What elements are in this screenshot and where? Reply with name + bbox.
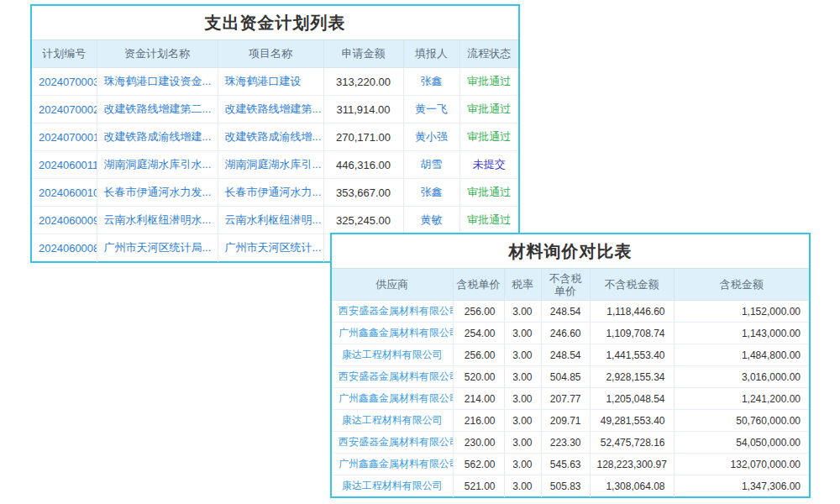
material-inquiry-table: 供应商 含税单价 税率 不含税单价 不含税金额 含税金额 西安盛器金属材料有限公… [332, 268, 809, 497]
tax-excl-price-cell: 248.54 [541, 344, 590, 366]
tax-incl-amount-cell: 50,760,000.00 [674, 410, 809, 432]
supplier-cell[interactable]: 西安盛器金属材料有限公司 [332, 366, 453, 388]
amount-cell: 270,171.00 [323, 123, 403, 151]
col-fund-plan-name: 资金计划名称 [97, 40, 218, 68]
material-inquiry-table-body: 西安盛器金属材料有限公司256.003.00248.541,118,446.60… [332, 301, 809, 497]
tax-excl-amount-cell: 2,928,155.34 [590, 366, 674, 388]
tax-excl-price-cell: 545.63 [541, 454, 590, 475]
expense-plan-header-row: 计划编号 资金计划名称 项目名称 申请金额 填报人 流程状态 [32, 40, 518, 68]
tax-excl-price-cell: 223.30 [541, 432, 590, 454]
tax-rate-cell: 3.00 [504, 388, 541, 410]
tax-rate-cell: 3.00 [504, 454, 541, 475]
reporter-cell[interactable]: 黄敏 [403, 207, 459, 234]
tax-rate-cell: 3.00 [504, 366, 541, 388]
fund-plan-name-cell[interactable]: 湖南洞庭湖水库引水... [97, 151, 218, 179]
tax-rate-cell: 3.00 [504, 432, 541, 454]
table-row: 2024060009云南水利枢纽潜明水...云南水利枢纽潜明...325,245… [32, 207, 518, 234]
supplier-cell[interactable]: 康达工程材料有限公司 [332, 475, 453, 497]
tax-incl-price-cell: 216.00 [453, 410, 504, 432]
fund-plan-name-cell[interactable]: 长春市伊通河水力发... [97, 179, 218, 207]
project-name-cell[interactable]: 珠海鹤港口建设 [218, 68, 323, 96]
col-tax-incl-amount: 含税金额 [674, 269, 809, 301]
supplier-cell[interactable]: 康达工程材料有限公司 [332, 344, 453, 366]
material-inquiry-table-title: 材料询价对比表 [332, 234, 809, 268]
amount-cell: 325,245.00 [323, 207, 403, 234]
tax-excl-amount-cell: 1,441,553.40 [590, 344, 674, 366]
table-row: 2024070001改建铁路成渝线增建...改建铁路成渝线增...270,171… [32, 123, 518, 151]
amount-cell: 313,220.00 [323, 68, 403, 96]
plan-number-cell[interactable]: 2024070003 [32, 68, 97, 96]
tax-incl-price-cell: 562.00 [453, 454, 504, 475]
project-name-cell[interactable]: 改建铁路成渝线增... [218, 123, 323, 151]
tax-excl-price-cell: 246.60 [541, 323, 590, 344]
table-row: 广州鑫鑫金属材料有限公司214.003.00207.771,205,048.54… [332, 388, 809, 410]
plan-number-cell[interactable]: 2024060008 [32, 234, 97, 262]
plan-number-cell[interactable]: 2024060011 [32, 151, 97, 179]
plan-number-cell[interactable]: 2024060009 [32, 207, 97, 234]
tax-incl-amount-cell: 3,016,000.00 [674, 366, 809, 388]
project-name-cell[interactable]: 湖南洞庭湖水库引... [218, 151, 323, 179]
amount-cell: 311,914.00 [323, 96, 403, 123]
tax-rate-cell: 3.00 [504, 410, 541, 432]
supplier-cell[interactable]: 西安盛器金属材料有限公司 [332, 432, 453, 454]
col-tax-rate: 税率 [504, 269, 541, 301]
table-row: 康达工程材料有限公司256.003.00248.541,441,553.401,… [332, 344, 809, 366]
project-name-cell[interactable]: 广州市天河区统计... [218, 234, 323, 262]
status-cell: 审批通过 [459, 68, 518, 96]
col-plan-number: 计划编号 [32, 40, 97, 68]
status-cell: 审批通过 [459, 207, 518, 234]
plan-number-cell[interactable]: 2024060010 [32, 179, 97, 207]
col-reporter: 填报人 [403, 40, 459, 68]
tax-excl-amount-cell: 1,205,048.54 [590, 388, 674, 410]
table-row: 西安盛器金属材料有限公司230.003.00223.3052,475,728.1… [332, 432, 809, 454]
plan-number-cell[interactable]: 2024070002 [32, 96, 97, 123]
tax-rate-cell: 3.00 [504, 475, 541, 497]
tax-incl-amount-cell: 1,241,200.00 [674, 388, 809, 410]
tax-excl-amount-cell: 52,475,728.16 [590, 432, 674, 454]
table-row: 康达工程材料有限公司216.003.00209.7149,281,553.405… [332, 410, 809, 432]
col-project-name: 项目名称 [218, 40, 323, 68]
status-cell: 审批通过 [459, 96, 518, 123]
project-name-cell[interactable]: 长春市伊通河水力... [218, 179, 323, 207]
project-name-cell[interactable]: 改建铁路线增建第... [218, 96, 323, 123]
tax-excl-amount-cell: 128,223,300.97 [590, 454, 674, 475]
fund-plan-name-cell[interactable]: 云南水利枢纽潜明水... [97, 207, 218, 234]
status-cell: 审批通过 [459, 123, 518, 151]
reporter-cell[interactable]: 张鑫 [403, 68, 459, 96]
supplier-cell[interactable]: 广州鑫鑫金属材料有限公司 [332, 323, 453, 344]
project-name-cell[interactable]: 云南水利枢纽潜明... [218, 207, 323, 234]
reporter-cell[interactable]: 黄小强 [403, 123, 459, 151]
supplier-cell[interactable]: 西安盛器金属材料有限公司 [332, 301, 453, 323]
reporter-cell[interactable]: 张鑫 [403, 179, 459, 207]
table-row: 广州鑫鑫金属材料有限公司562.003.00545.63128,223,300.… [332, 454, 809, 475]
table-row: 2024070003珠海鹤港口建设资金...珠海鹤港口建设313,220.00张… [32, 68, 518, 96]
tax-incl-amount-cell: 132,070,000.00 [674, 454, 809, 475]
amount-cell: 353,667.00 [323, 179, 403, 207]
tax-incl-amount-cell: 54,050,000.00 [674, 432, 809, 454]
expense-plan-table: 计划编号 资金计划名称 项目名称 申请金额 填报人 流程状态 202407000… [32, 39, 518, 262]
tax-rate-cell: 3.00 [504, 323, 541, 344]
reporter-cell[interactable]: 黄一飞 [403, 96, 459, 123]
fund-plan-name-cell[interactable]: 改建铁路线增建第二... [97, 96, 218, 123]
tax-excl-price-cell: 504.85 [541, 366, 590, 388]
reporter-cell[interactable]: 胡雪 [403, 151, 459, 179]
tax-incl-price-cell: 230.00 [453, 432, 504, 454]
amount-cell: 446,316.00 [323, 151, 403, 179]
tax-incl-amount-cell: 1,484,800.00 [674, 344, 809, 366]
fund-plan-name-cell[interactable]: 广州市天河区统计局... [97, 234, 218, 262]
supplier-cell[interactable]: 广州鑫鑫金属材料有限公司 [332, 388, 453, 410]
plan-number-cell[interactable]: 2024070001 [32, 123, 97, 151]
table-row: 广州鑫鑫金属材料有限公司254.003.00246.601,109,708.74… [332, 323, 809, 344]
col-tax-incl-price: 含税单价 [453, 269, 504, 301]
tax-excl-price-cell: 207.77 [541, 388, 590, 410]
fund-plan-name-cell[interactable]: 珠海鹤港口建设资金... [97, 68, 218, 96]
supplier-cell[interactable]: 广州鑫鑫金属材料有限公司 [332, 454, 453, 475]
tax-rate-cell: 3.00 [504, 344, 541, 366]
tax-excl-amount-cell: 1,109,708.74 [590, 323, 674, 344]
fund-plan-name-cell[interactable]: 改建铁路成渝线增建... [97, 123, 218, 151]
tax-excl-price-cell: 209.71 [541, 410, 590, 432]
expense-plan-table-card: 支出资金计划列表 计划编号 资金计划名称 项目名称 申请金额 填报人 流程状态 … [30, 4, 520, 263]
supplier-cell[interactable]: 康达工程材料有限公司 [332, 410, 453, 432]
tax-incl-amount-cell: 1,143,000.00 [674, 323, 809, 344]
col-supplier: 供应商 [332, 269, 453, 301]
